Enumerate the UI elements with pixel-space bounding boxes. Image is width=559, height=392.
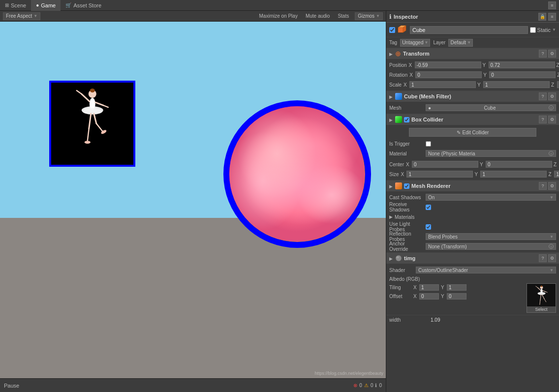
sy-label: Y (474, 172, 479, 177)
gizmos-dropdown[interactable]: Gizmos ▼ (355, 12, 383, 20)
collider-material-select-btn[interactable]: ○ (549, 151, 554, 156)
error-count: 0 (359, 383, 362, 388)
sx-input[interactable] (406, 171, 473, 178)
flower-circle (223, 100, 371, 248)
pos-x-input[interactable] (415, 61, 481, 68)
tiling-y-input[interactable] (447, 284, 466, 291)
is-trigger-checkbox[interactable] (426, 141, 431, 147)
obj-name-input[interactable] (410, 26, 528, 34)
transform-icon: ⊕ (395, 50, 401, 58)
material-settings-btn[interactable]: ⚙ (548, 254, 556, 262)
mesh-renderer-icon (395, 182, 402, 189)
tab-game[interactable]: ● Game (31, 0, 61, 11)
rotation-label: Rotation (389, 72, 407, 78)
layer-dropdown[interactable]: Default ▼ (448, 39, 473, 47)
edit-collider-label: Edit Collider (463, 130, 489, 135)
stats-btn[interactable]: Stats (336, 13, 351, 19)
mute-audio-btn[interactable]: Mute audio (304, 13, 332, 19)
main-layout: Free Aspect ▼ Maximize on Play Mute audi… (0, 11, 559, 392)
box-collider-settings-btn[interactable]: ⚙ (548, 116, 556, 123)
rot-y-input[interactable] (489, 71, 556, 78)
scale-z-label: Z (551, 82, 556, 88)
offset-label: Offset (389, 294, 411, 299)
rot-y-field: Y (483, 71, 556, 78)
pos-z-label: Z (557, 62, 559, 68)
tiling-x-input[interactable] (419, 284, 439, 291)
tiling-y-label: Y (441, 285, 446, 290)
cast-shadows-dropdown[interactable]: On ▼ (426, 194, 556, 201)
pos-y-input[interactable] (489, 61, 555, 68)
mesh-filter-icon (395, 93, 402, 100)
box-collider-body: ✎ Edit Collider Is Trigger Material None… (386, 125, 559, 180)
albedo-select-label[interactable]: Select (527, 306, 556, 312)
mesh-renderer-settings-btn[interactable]: ⚙ (548, 182, 556, 190)
material-help-btn[interactable]: ? (539, 254, 547, 262)
scale-z-input[interactable] (557, 81, 559, 88)
mesh-renderer-actions: ? ⚙ (539, 182, 556, 190)
free-aspect-dropdown[interactable]: Free Aspect ▼ (3, 12, 40, 20)
transform-actions: ? ⚙ (539, 50, 556, 58)
static-checkbox-area: Static ▼ (530, 27, 556, 33)
anchor-select-btn[interactable]: ○ (549, 244, 554, 249)
static-dropdown-arrow[interactable]: ▼ (552, 28, 556, 32)
scale-y-input[interactable] (483, 81, 550, 88)
gizmos-label: Gizmos (358, 13, 374, 19)
scale-x-input[interactable] (409, 81, 476, 88)
mesh-filter-header[interactable]: ▶ Cube (Mesh Filter) ? ⚙ (386, 91, 559, 102)
free-aspect-arrow: ▼ (33, 14, 37, 18)
mesh-filter-help-btn[interactable]: ? (539, 92, 547, 100)
rot-x-input[interactable] (415, 71, 482, 78)
mesh-label: Mesh (389, 105, 424, 111)
sz-input[interactable] (554, 171, 559, 178)
box-collider-enabled[interactable] (404, 117, 409, 122)
game-toolbar: Free Aspect ▼ Maximize on Play Mute audi… (0, 11, 386, 22)
static-checkbox[interactable] (530, 27, 536, 33)
panel-menu-btn[interactable]: ≡ (548, 1, 556, 9)
sy-field: Y (474, 171, 547, 178)
cy-input[interactable] (486, 161, 552, 168)
material-header[interactable]: ▶ timg ? ⚙ (386, 253, 559, 264)
sy-input[interactable] (480, 171, 547, 178)
offset-x-input[interactable] (419, 293, 439, 300)
svg-line-5 (81, 94, 89, 101)
transform-section: ▶ ⊕ Transform ? ⚙ Position X (386, 48, 559, 91)
cx-input[interactable] (412, 161, 478, 168)
inspector-lock-btn[interactable]: 🔒 (538, 13, 546, 21)
transform-header[interactable]: ▶ ⊕ Transform ? ⚙ (386, 48, 559, 59)
center-row: Center X Y Z (389, 160, 556, 169)
reflection-probes-dropdown[interactable]: Blend Probes ▼ (426, 233, 556, 240)
mesh-renderer-header[interactable]: ▶ Mesh Renderer ? ⚙ (386, 181, 559, 191)
materials-toggle[interactable]: ▶ (389, 214, 393, 219)
cube-3d-icon (397, 25, 408, 35)
mesh-renderer-enabled[interactable] (404, 183, 409, 189)
mesh-filter-settings-btn[interactable]: ⚙ (548, 92, 556, 100)
obj-active-checkbox[interactable] (389, 27, 395, 33)
mesh-renderer-help-btn[interactable]: ? (539, 182, 547, 190)
use-light-probes-checkbox[interactable] (426, 224, 431, 230)
transform-toggle: ▶ (389, 52, 393, 56)
tag-dropdown[interactable]: Untagged ▼ (400, 39, 430, 47)
inspector-menu-btn[interactable]: ≡ (548, 13, 556, 21)
shader-dropdown[interactable]: Custom/OutlineShader ▼ (416, 267, 556, 273)
shader-value: Custom/OutlineShader (418, 268, 468, 273)
box-collider-help-btn[interactable]: ? (539, 116, 547, 123)
layer-arrow: ▼ (467, 40, 471, 45)
edit-collider-btn[interactable]: ✎ Edit Collider (409, 128, 536, 137)
width-label: width (389, 317, 429, 323)
svg-point-4 (82, 108, 102, 115)
receive-shadows-checkbox[interactable] (426, 205, 431, 210)
tiling-label: Tiling (389, 285, 411, 290)
offset-y-input[interactable] (447, 293, 466, 300)
box-collider-header[interactable]: ▶ Box Collider ? ⚙ (386, 114, 559, 125)
mesh-select-btn[interactable]: ○ (549, 105, 554, 110)
pos-y-label: Y (483, 62, 488, 68)
maximize-on-play-btn[interactable]: Maximize on Play (257, 13, 300, 19)
mesh-field-row: Mesh ● Cube ○ (389, 103, 556, 112)
tab-asset-store[interactable]: 🛒 Asset Store (61, 0, 106, 11)
tab-scene[interactable]: ⊞ Scene (0, 0, 31, 11)
cast-shadows-row: Cast Shadows On ▼ (389, 193, 556, 202)
mesh-renderer-title: Mesh Renderer (411, 183, 537, 189)
mesh-filter-body: Mesh ● Cube ○ (386, 102, 559, 114)
transform-help-btn[interactable]: ? (539, 50, 547, 58)
transform-settings-btn[interactable]: ⚙ (548, 50, 556, 58)
